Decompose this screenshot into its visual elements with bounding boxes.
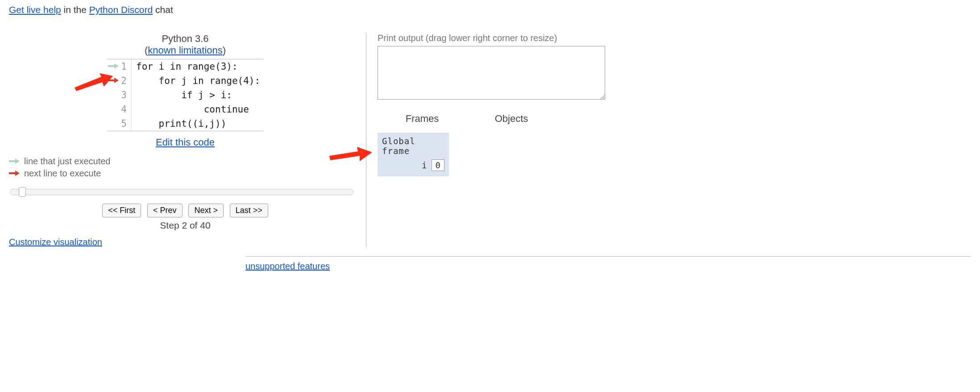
- annotation-arrow-icon: [74, 71, 114, 91]
- last-button[interactable]: Last >>: [230, 204, 268, 217]
- step-indicator: Step 2 of 40: [9, 220, 361, 231]
- vcr-controls: << First < Prev Next > Last >>: [9, 204, 361, 217]
- step-slider[interactable]: [10, 189, 353, 195]
- global-frame: Global frame i0: [378, 133, 449, 176]
- variable-name: i: [422, 160, 427, 170]
- code-line: 2 for j in range(4):: [107, 74, 263, 88]
- code-header: Python 3.6 (known limitations): [9, 33, 361, 56]
- prev-arrow-icon: [108, 63, 120, 70]
- output-label: Print output (drag lower right corner to…: [378, 33, 971, 43]
- prev-button[interactable]: < Prev: [147, 204, 183, 217]
- code-text: for j in range(4):: [131, 74, 263, 88]
- line-number: 2: [120, 75, 131, 86]
- variable-row: i0: [382, 159, 444, 171]
- code-text: print((i,j)): [131, 117, 263, 131]
- line-number: 3: [120, 90, 131, 100]
- prev-arrow-icon: [9, 158, 21, 165]
- live-help-link[interactable]: Get live help: [9, 4, 61, 15]
- legend-prev-label: line that just executed: [24, 156, 110, 167]
- code-text: for i in range(3):: [131, 59, 263, 74]
- code-line: 5 print((i,j)): [107, 117, 263, 131]
- known-limitations-link[interactable]: known limitations: [148, 45, 223, 56]
- line-number: 5: [120, 118, 131, 129]
- code-text: if j > i:: [131, 88, 263, 102]
- next-arrow-icon: [9, 171, 21, 177]
- frame-title: Global frame: [382, 136, 444, 156]
- annotation-arrow-icon: [328, 145, 373, 163]
- variable-value: 0: [432, 159, 444, 171]
- output-box[interactable]: [378, 46, 605, 100]
- legend: line that just executed next line to exe…: [9, 156, 361, 179]
- help-banner: Get live help in the Python Discord chat: [9, 4, 971, 15]
- next-button[interactable]: Next >: [188, 204, 224, 217]
- objects-header: Objects: [467, 113, 556, 125]
- customize-link[interactable]: Customize visualization: [9, 237, 102, 247]
- discord-link[interactable]: Python Discord: [89, 4, 153, 15]
- code-line: 1for i in range(3):: [107, 59, 263, 74]
- first-button[interactable]: << First: [102, 204, 141, 217]
- unsupported-features-link[interactable]: unsupported features: [245, 261, 330, 271]
- line-number: 1: [120, 61, 131, 72]
- divider: [245, 256, 971, 257]
- line-number: 4: [120, 104, 131, 115]
- code-text: continue: [131, 102, 263, 117]
- language-label: Python 3.6: [162, 33, 208, 44]
- edit-code-link[interactable]: Edit this code: [156, 137, 215, 148]
- code-listing: 1for i in range(3):2 for j in range(4):3…: [107, 59, 263, 131]
- frames-header: Frames: [378, 113, 467, 125]
- heap-headers: Frames Objects: [378, 113, 971, 125]
- code-line: 3 if j > i:: [107, 88, 263, 102]
- code-line: 4 continue: [107, 102, 263, 117]
- legend-next-label: next line to execute: [24, 168, 101, 179]
